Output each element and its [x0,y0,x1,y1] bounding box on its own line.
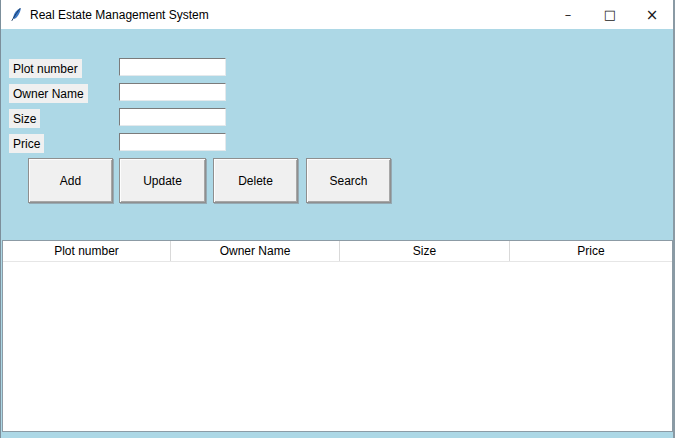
window-title: Real Estate Management System [30,8,209,22]
owner-name-label: Owner Name [9,84,88,103]
size-input[interactable] [119,108,226,126]
update-button[interactable]: Update [119,158,206,203]
maximize-button[interactable]: □ [589,0,631,29]
delete-button[interactable]: Delete [213,158,298,203]
add-button[interactable]: Add [28,158,113,203]
minimize-button[interactable]: – [547,0,589,29]
column-header-owner-name[interactable]: Owner Name [171,241,340,261]
column-header-size[interactable]: Size [340,241,510,261]
close-button[interactable]: × [631,0,673,29]
column-header-plot-number[interactable]: Plot number [3,241,171,261]
window-controls: – □ × [547,0,673,29]
app-window: Real Estate Management System – □ × Plot… [0,0,675,438]
price-input[interactable] [119,133,226,151]
price-label: Price [9,134,44,153]
owner-name-input[interactable] [119,83,226,101]
plot-number-label: Plot number [9,59,82,78]
table-body[interactable] [3,262,672,431]
plot-number-input[interactable] [119,58,226,76]
records-table: Plot number Owner Name Size Price [2,240,673,432]
search-button[interactable]: Search [306,158,391,203]
column-header-price[interactable]: Price [510,241,672,261]
tk-feather-icon [8,7,24,23]
titlebar: Real Estate Management System – □ × [1,0,673,29]
size-label: Size [9,109,40,128]
table-header: Plot number Owner Name Size Price [3,241,672,262]
